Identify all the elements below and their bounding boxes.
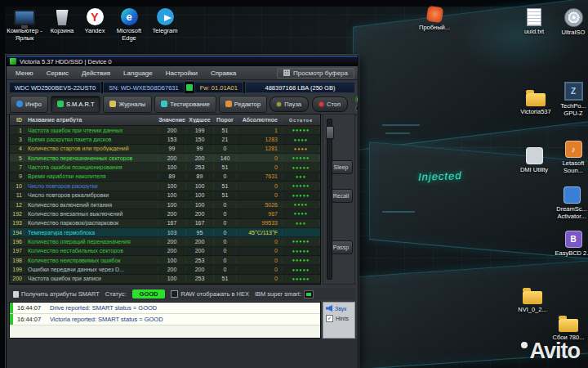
cell-attribute-name: Количество переназначенных секторов <box>24 155 158 161</box>
desktop-icon-computer[interactable]: Компьютер - Ярлык <box>5 10 44 42</box>
tab-testing[interactable]: Тестирование <box>154 96 216 113</box>
speaker-icon <box>326 305 332 312</box>
desktop-icon-victoria537[interactable]: Victoria537 <box>516 88 555 115</box>
drive-capacity: 488397168 LBA (250 GB) <box>245 82 355 93</box>
menu-item-menu[interactable]: Меню <box>10 69 39 78</box>
desktop-icon-easybcd[interactable]: BEasyBCD 2.4 <box>554 231 588 257</box>
desktop-icon-gpuz[interactable]: ZTechPo... GPU-Z <box>554 82 588 117</box>
smart-col-header-0[interactable]: ID <box>10 117 24 123</box>
smart-col-header-1[interactable]: Название атрибута <box>24 117 158 123</box>
smart-col-header-2[interactable]: Значение <box>158 117 186 123</box>
desktop-icon-sboi[interactable]: Сбои 780... <box>549 314 588 341</box>
smart-row-194[interactable]: 194Температура гермоблока10395045°C/113°… <box>10 228 320 237</box>
smart-col-header-3[interactable]: Худшее <box>186 117 214 123</box>
desktop-icon-telegram[interactable]: Telegram <box>145 8 185 34</box>
menu-item-actions[interactable]: Действия <box>76 69 116 78</box>
desktop-icon-letasoft[interactable]: ♪Letasoft Soun... <box>554 141 588 174</box>
cell-threshold: 51 <box>214 276 237 281</box>
desktop-icon-label: Victoria537 <box>516 108 555 115</box>
side-slider-thumb[interactable] <box>326 126 334 139</box>
smart-col-header-4[interactable]: Порог <box>214 117 237 123</box>
recall-button[interactable]: Recall <box>329 189 353 203</box>
cell-absolute: 5026 <box>237 202 283 208</box>
smart-row-12[interactable]: 12Количество включений питания1001000502… <box>10 200 320 209</box>
smart-row-7[interactable]: 7Частота ошибок позиционирования10025351… <box>10 163 320 172</box>
desktop-icon-uuid-txt[interactable]: uuid.txt <box>514 8 554 35</box>
sound-label: Звук <box>335 306 346 312</box>
smart-col-header-5[interactable]: Абсолютное <box>237 117 283 123</box>
cell-worst: 199 <box>186 128 214 133</box>
cell-remain: ●●●●● <box>283 267 320 272</box>
desktop-icon-edge[interactable]: eMicrosoft Edge <box>109 8 149 42</box>
avito-text: Avito <box>530 339 581 364</box>
api-radio[interactable]: API <box>355 96 359 103</box>
desktop-icon-dmi-utility[interactable]: DMI Utility <box>514 147 554 173</box>
cell-worst: 99 <box>186 146 214 151</box>
smart-row-3[interactable]: 3Время раскрутки пакета дисков1531502112… <box>10 135 320 144</box>
cell-id: 198 <box>10 258 24 263</box>
smart-row-196[interactable]: 196Количество операций переназначения200… <box>10 237 320 246</box>
sleep-button[interactable]: Sleep <box>329 160 353 174</box>
dmi-utility-icon <box>526 147 543 164</box>
desktop-icon-dreamscene[interactable]: DreamSc... Activator... <box>552 186 588 220</box>
smart-row-197[interactable]: 197Количество нестабильных секторов20020… <box>10 247 320 256</box>
desktop-icon-nvi[interactable]: NVI_0_2... <box>513 286 552 313</box>
smart-row-193[interactable]: 193Количество парковок/распарковок167167… <box>10 219 320 228</box>
status-label: Статус: <box>105 290 127 298</box>
smart-row-199[interactable]: 199Ошибки передачи данных через D...2002… <box>10 265 320 274</box>
cell-worst: 95 <box>186 230 214 236</box>
drive-info-bar: WDC WD2500BEVS-22UST0 SN: WD-WXE508D6763… <box>9 82 355 93</box>
wallpaper-accent-line <box>382 211 415 213</box>
smart-table: IDНазвание атрибутаЗначениеХудшееПорогАб… <box>9 114 321 285</box>
cell-worst: 100 <box>186 192 214 198</box>
menu-item-help[interactable]: Справка <box>205 69 242 78</box>
desktop-icon-yandex[interactable]: YYandex <box>75 8 114 34</box>
smart-row-192[interactable]: 192Количество внезапных выключений200200… <box>10 209 320 218</box>
ibm-super-smart-toggle[interactable]: IBM super smart: <box>255 290 314 298</box>
smart-row-11[interactable]: 11Число повторов рекалибровки100100510●●… <box>10 191 320 200</box>
smart-col-header-6[interactable]: Остаток <box>283 118 320 123</box>
raw-hex-checkbox-icon <box>171 290 178 298</box>
menu-item-settings[interactable]: Настройки <box>160 69 203 78</box>
smart-row-10[interactable]: 10Число повторов раскрутки100100510●●●●● <box>10 182 320 191</box>
cell-remain: ●●●● <box>283 137 320 142</box>
tab-editor[interactable]: Редактор <box>219 96 267 113</box>
desktop-icon-label: Компьютер - Ярлык <box>5 27 44 42</box>
buffer-view-button[interactable]: Просмотр буфера <box>277 68 354 79</box>
cell-value: 153 <box>158 137 186 142</box>
desktop-icon-probny[interactable]: Пробный... <box>415 7 454 31</box>
tab-info[interactable]: Инфо <box>10 96 48 113</box>
smart-row-1[interactable]: 1Частота ошибок при чтении данных2001995… <box>10 126 320 135</box>
raw-hex-checkbox[interactable]: RAW отображать в HEX <box>171 290 248 298</box>
smart-row-5[interactable]: 5Количество переназначенных секторов2002… <box>10 154 320 163</box>
desktop-icon-label: Letasoft Soun... <box>554 159 588 174</box>
cell-threshold: 21 <box>214 137 237 142</box>
cell-absolute: 1 <box>237 128 283 133</box>
desktop-icon-ultraiso[interactable]: UltraISO <box>554 8 588 36</box>
window-titlebar[interactable]: Victoria 5.37 HDD/SSD | Device 0 <box>7 56 358 66</box>
log-line[interactable]: 16:44:07Victoria reported: SMART status … <box>10 314 320 325</box>
cell-worst: 89 <box>186 173 214 179</box>
log-side-panel: Звук ✓ Hints <box>323 302 355 339</box>
probny-icon <box>425 6 443 23</box>
smart-row-200[interactable]: 200Частота ошибок при записи100253510●●●… <box>10 275 320 284</box>
log-line[interactable]: 16:44:07Drive reported: SMART status = G… <box>10 303 320 314</box>
cell-remain: ●●●● <box>283 202 320 207</box>
tab-journals[interactable]: Журналы <box>103 96 152 113</box>
log-area: 16:44:07Drive reported: SMART status = G… <box>9 302 355 339</box>
passp-button[interactable]: Passp <box>329 240 353 254</box>
get-smart-button[interactable]: Получить атрибуты SMART <box>13 290 100 298</box>
tab-smart[interactable]: S.M.A.R.T <box>51 96 101 113</box>
smart-row-9[interactable]: 9Время наработки накопителя898907631●●● <box>10 173 320 182</box>
stop-button[interactable]: Стоп <box>312 96 348 112</box>
smart-row-4[interactable]: 4Количество стартов или пробуждений99990… <box>10 145 320 154</box>
side-slider[interactable] <box>327 119 332 280</box>
smart-table-body: 1Частота ошибок при чтении данных2001995… <box>10 126 320 284</box>
pause-button[interactable]: Пауза <box>270 96 309 112</box>
hints-toggle[interactable]: ✓ Hints <box>326 315 352 322</box>
pio-radio[interactable]: PIO <box>355 105 359 112</box>
sound-toggle[interactable]: Звук <box>326 305 352 312</box>
menu-item-service[interactable]: Сервис <box>41 69 74 78</box>
menu-item-language[interactable]: Language <box>118 69 158 78</box>
smart-row-198[interactable]: 198Количество неисправимых ошибок1002530… <box>10 256 320 265</box>
